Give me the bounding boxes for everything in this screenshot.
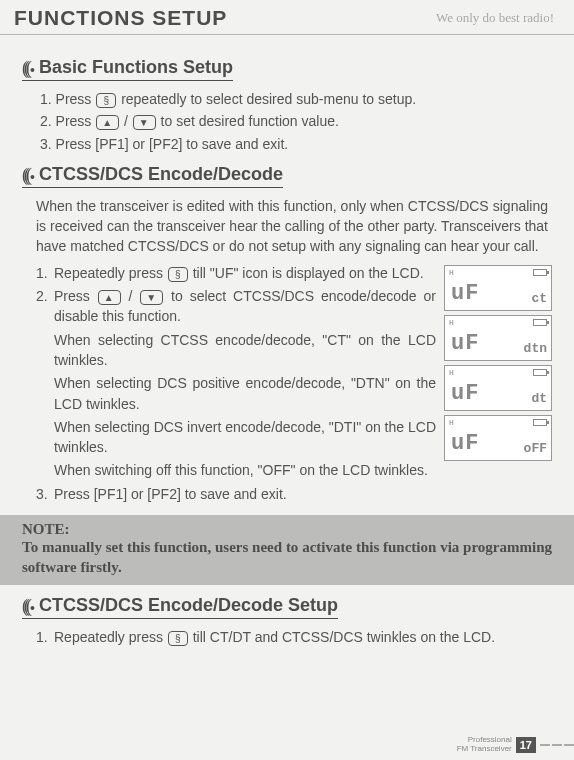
battery-icon xyxy=(533,369,547,376)
antenna-icon: H xyxy=(449,318,454,327)
basic-step-1: 1. Press § repeatedly to select desired … xyxy=(40,89,552,109)
ctcss-detail-dti: When selecting DCS invert encode/decode,… xyxy=(36,417,436,458)
footer-caption: Professional FM Transceiver xyxy=(457,736,512,754)
section-ctcss: (((• CTCSS/DCS Encode/Decode When the tr… xyxy=(22,164,552,507)
up-key-icon: ▲ xyxy=(96,115,119,130)
setup-steps: 1. Repeatedly press § till CT/DT and CTC… xyxy=(22,627,552,647)
ctcss-details-row: 1. Repeatedly press § till "UF" icon is … xyxy=(22,263,552,507)
lcd-display: HuFct xyxy=(444,265,552,311)
footer-bars-icon xyxy=(540,744,574,746)
page-title: FUNCTIONS SETUP xyxy=(14,6,227,30)
ctcss-detail-off: When switching off this function, "OFF" … xyxy=(36,460,436,480)
basic-step-3: 3. Press [PF1] or [PF2] to save and exit… xyxy=(40,134,552,154)
ctcss-step-2: 2. Press ▲ / ▼ to select CTCSS/DCS encod… xyxy=(36,286,436,327)
ctcss-detail-dtn: When selecting DCS positive encode/decod… xyxy=(36,373,436,414)
wave-icon: ((( xyxy=(22,165,28,186)
section-heading: (((• CTCSS/DCS Encode/Decode xyxy=(22,164,283,188)
section-heading: (((• Basic Functions Setup xyxy=(22,57,233,81)
antenna-icon: H xyxy=(449,418,454,427)
antenna-icon: H xyxy=(449,268,454,277)
wave-dot-icon: • xyxy=(30,169,35,185)
page-number: 17 xyxy=(516,737,536,753)
note-box: NOTE: To manually set this function, use… xyxy=(0,515,574,585)
note-body: To manually set this function, users nee… xyxy=(22,538,552,577)
down-key-icon: ▼ xyxy=(133,115,156,130)
wave-icon: ((( xyxy=(22,58,28,79)
up-key-icon: ▲ xyxy=(98,290,121,305)
page-content: (((• Basic Functions Setup 1. Press § re… xyxy=(0,35,574,647)
setup-step-1: 1. Repeatedly press § till CT/DT and CTC… xyxy=(36,627,552,647)
antenna-icon: H xyxy=(449,368,454,377)
lcd-display: HuFdt xyxy=(444,365,552,411)
page-footer: Professional FM Transceiver 17 xyxy=(457,736,574,754)
select-key-icon: § xyxy=(96,93,116,108)
select-key-icon: § xyxy=(168,631,188,646)
lcd-display: HuFoFF xyxy=(444,415,552,461)
slogan-text: We only do best radio! xyxy=(436,10,560,26)
section-ctcss-setup: (((• CTCSS/DCS Encode/Decode Setup 1. Re… xyxy=(22,595,552,647)
battery-icon xyxy=(533,269,547,276)
note-title: NOTE: xyxy=(22,521,552,538)
page-header: FUNCTIONS SETUP We only do best radio! xyxy=(0,0,574,35)
lcd-display: HuFdtn xyxy=(444,315,552,361)
section-basic: (((• Basic Functions Setup 1. Press § re… xyxy=(22,57,552,154)
wave-dot-icon: • xyxy=(30,600,35,616)
down-key-icon: ▼ xyxy=(140,290,163,305)
lcd-column: HuFct HuFdtn HuFdt HuFoFF xyxy=(444,263,552,507)
ctcss-step-3: 3.Press [PF1] or [PF2] to save and exit. xyxy=(36,484,436,504)
wave-dot-icon: • xyxy=(30,62,35,78)
basic-step-2: 2. Press ▲ / ▼ to set desired function v… xyxy=(40,111,552,131)
ctcss-steps: 1. Repeatedly press § till "UF" icon is … xyxy=(22,263,436,504)
select-key-icon: § xyxy=(168,267,188,282)
section-title: Basic Functions Setup xyxy=(39,57,233,78)
battery-icon xyxy=(533,319,547,326)
ctcss-step-1: 1. Repeatedly press § till "UF" icon is … xyxy=(36,263,436,283)
section-heading: (((• CTCSS/DCS Encode/Decode Setup xyxy=(22,595,338,619)
section-title: CTCSS/DCS Encode/Decode xyxy=(39,164,283,185)
wave-icon: ((( xyxy=(22,596,28,617)
ctcss-detail-ct: When selecting CTCSS encode/decode, "CT"… xyxy=(36,330,436,371)
basic-steps: 1. Press § repeatedly to select desired … xyxy=(22,89,552,154)
ctcss-intro: When the transceiver is edited with this… xyxy=(22,196,552,263)
battery-icon xyxy=(533,419,547,426)
ctcss-text-column: 1. Repeatedly press § till "UF" icon is … xyxy=(22,263,436,507)
section-title: CTCSS/DCS Encode/Decode Setup xyxy=(39,595,338,616)
